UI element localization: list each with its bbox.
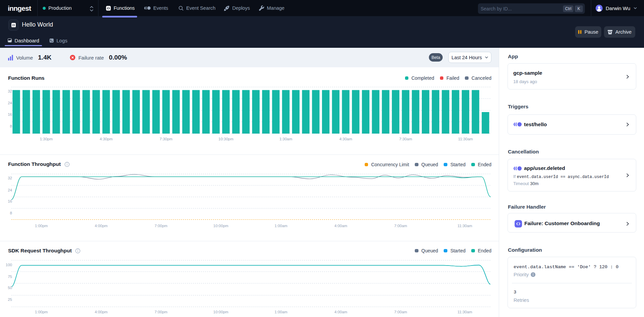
- svg-text:1:00am: 1:00am: [275, 310, 287, 314]
- svg-text:16: 16: [8, 112, 12, 116]
- svg-text:10:30pm: 10:30pm: [218, 137, 234, 141]
- svg-text:50: 50: [8, 286, 12, 290]
- svg-text:1:30pm: 1:30pm: [40, 137, 52, 141]
- svg-text:32: 32: [8, 176, 12, 180]
- svg-text:11:30am: 11:30am: [458, 137, 473, 141]
- svg-text:7:00pm: 7:00pm: [155, 224, 167, 228]
- svg-text:4:30pm: 4:30pm: [100, 137, 113, 141]
- svg-text:10:00pm: 10:00pm: [213, 224, 229, 228]
- svg-text:75: 75: [8, 275, 12, 279]
- svg-text:11:30am: 11:30am: [457, 224, 472, 228]
- svg-text:4:00pm: 4:00pm: [95, 310, 108, 314]
- svg-text:8: 8: [10, 211, 12, 215]
- svg-text:11:30am: 11:30am: [457, 310, 472, 314]
- svg-text:4:30am: 4:30am: [339, 137, 352, 141]
- svg-text:1:30am: 1:30am: [279, 137, 292, 141]
- svg-text:24: 24: [8, 188, 12, 192]
- svg-text:4:00pm: 4:00pm: [95, 224, 108, 228]
- svg-text:4:00am: 4:00am: [334, 310, 347, 314]
- svg-text:8: 8: [10, 124, 12, 128]
- svg-text:10:00pm: 10:00pm: [213, 310, 229, 314]
- svg-text:7:30am: 7:30am: [399, 137, 412, 141]
- svg-text:1:00pm: 1:00pm: [35, 224, 48, 228]
- svg-text:1:00pm: 1:00pm: [35, 310, 48, 314]
- svg-text:7:00am: 7:00am: [394, 310, 407, 314]
- svg-text:7:30pm: 7:30pm: [160, 137, 172, 141]
- svg-text:16: 16: [8, 199, 12, 203]
- svg-text:7:00am: 7:00am: [394, 224, 407, 228]
- svg-text:1:00am: 1:00am: [275, 224, 287, 228]
- svg-text:25: 25: [8, 297, 12, 302]
- svg-text:4:00am: 4:00am: [334, 224, 347, 228]
- svg-text:24: 24: [8, 101, 12, 105]
- svg-text:100: 100: [6, 263, 12, 267]
- svg-text:32: 32: [8, 89, 12, 93]
- svg-text:7:00pm: 7:00pm: [155, 310, 167, 314]
